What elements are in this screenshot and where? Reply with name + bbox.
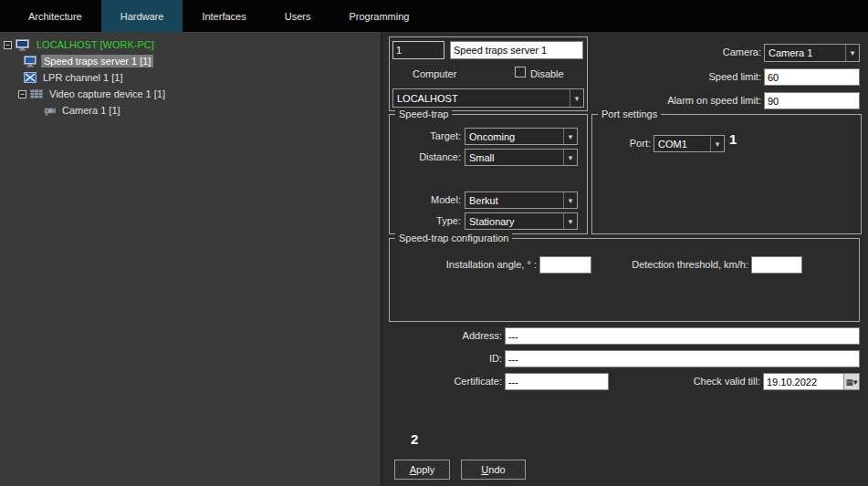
tree-label-localhost[interactable]: LOCALHOST [WORK-PC]: [34, 38, 157, 51]
tree-row-video-capture-device[interactable]: − Video capture device 1 [1]: [0, 86, 381, 102]
distance-label: Distance:: [390, 151, 461, 162]
certificate-field[interactable]: [505, 373, 609, 390]
port-select-value: COM1: [654, 139, 710, 150]
certificate-label: Certificate:: [409, 376, 502, 387]
id-field[interactable]: [505, 350, 860, 367]
alarm-speed-limit-field[interactable]: [764, 92, 860, 109]
tab-bar: Architecture Hardware Interfaces Users P…: [0, 0, 868, 32]
model-select[interactable]: Berkut ▾: [465, 191, 578, 209]
speed-trap-configuration-group: Speed-trap configuration Installation an…: [389, 238, 860, 322]
tree-label-lpr-channel[interactable]: LPR channel 1 [1]: [40, 71, 125, 84]
distance-select-value: Small: [465, 152, 563, 163]
device-tree: − LOCALHOST [WORK-PC] Speed traps server…: [0, 32, 381, 486]
port-settings-group: Port settings Port: COM1 ▾ 1: [591, 114, 862, 234]
installation-angle-label: Installation angle, ° :: [426, 259, 537, 270]
port-label: Port:: [592, 138, 651, 149]
computer-icon: [16, 39, 30, 51]
disable-label: Disable: [530, 68, 564, 79]
disable-checkbox[interactable]: [515, 67, 526, 78]
distance-select[interactable]: Small ▾: [465, 149, 578, 166]
check-valid-till-datepicker[interactable]: 19.10.2022 ▦▾: [763, 373, 860, 390]
tree-row-localhost[interactable]: − LOCALHOST [WORK-PC]: [0, 36, 381, 53]
video-capture-device-icon: [30, 88, 43, 99]
collapse-icon[interactable]: −: [18, 90, 26, 98]
id-label: ID:: [427, 353, 502, 364]
tab-interfaces[interactable]: Interfaces: [183, 0, 265, 32]
camera-icon: [42, 106, 56, 116]
chevron-down-icon: ▾: [563, 150, 577, 165]
apply-button[interactable]: Apply: [394, 460, 450, 480]
tree-label-camera[interactable]: Camera 1 [1]: [59, 104, 123, 117]
check-valid-till-label: Check valid till:: [655, 376, 760, 387]
object-id-field[interactable]: [392, 41, 444, 59]
chevron-down-icon: ▾: [563, 129, 577, 144]
lpr-channel-icon: [24, 72, 37, 83]
speed-trap-group: Speed-trap Target: Oncoming ▾ Distance: …: [389, 114, 588, 234]
annotation-2: 2: [411, 431, 418, 447]
speed-limit-field[interactable]: [764, 68, 860, 86]
target-label: Target:: [390, 130, 461, 141]
annotation-1: 1: [729, 131, 737, 147]
camera-label: Camera:: [655, 47, 761, 57]
alarm-speed-limit-label: Alarm on speed limit:: [610, 95, 761, 106]
port-select[interactable]: COM1 ▾: [654, 135, 725, 152]
type-label: Type:: [390, 215, 461, 226]
tree-label-speed-traps-server[interactable]: Speed traps server 1 [1]: [41, 55, 153, 67]
camera-select[interactable]: Camera 1 ▾: [764, 44, 860, 62]
tab-hardware[interactable]: Hardware: [101, 0, 183, 32]
tree-row-lpr-channel[interactable]: LPR channel 1 [1]: [0, 69, 381, 86]
calendar-dropdown-icon[interactable]: ▦▾: [843, 374, 859, 389]
tree-row-speed-traps-server[interactable]: Speed traps server 1 [1]: [0, 53, 381, 69]
tab-programming[interactable]: Programming: [329, 0, 428, 32]
speed-trap-group-title: Speed-trap: [395, 109, 452, 119]
detection-threshold-label: Detection threshold, km/h:: [609, 259, 748, 270]
computer-select-value: LOCALHOST: [393, 93, 570, 104]
target-select[interactable]: Oncoming ▾: [465, 128, 578, 145]
model-label: Model:: [390, 194, 461, 205]
tab-users[interactable]: Users: [266, 0, 330, 32]
model-select-value: Berkut: [465, 195, 563, 206]
object-name-field[interactable]: [450, 41, 583, 59]
check-valid-till-value: 19.10.2022: [764, 374, 843, 389]
type-select-value: Stationary: [465, 216, 563, 227]
target-select-value: Oncoming: [465, 131, 563, 142]
speed-limit-label: Speed limit:: [637, 71, 761, 82]
chevron-down-icon: ▾: [845, 45, 859, 61]
settings-panel: Computer Disable LOCALHOST ▾ Camera: Cam…: [381, 32, 868, 486]
undo-button[interactable]: Undo: [461, 460, 526, 480]
tab-architecture[interactable]: Architecture: [9, 0, 101, 32]
chevron-down-icon: ▾: [710, 136, 724, 151]
detection-threshold-field[interactable]: [751, 256, 802, 274]
identity-box: Computer Disable LOCALHOST ▾: [389, 36, 588, 111]
computer-label: Computer: [413, 68, 456, 79]
address-label: Address:: [427, 330, 502, 341]
tree-label-video-capture-device[interactable]: Video capture device 1 [1]: [47, 88, 168, 100]
chevron-down-icon: ▾: [563, 192, 577, 208]
address-field[interactable]: [505, 327, 860, 345]
port-settings-group-title: Port settings: [598, 109, 661, 119]
chevron-down-icon: ▾: [570, 89, 583, 107]
monitor-icon: [24, 56, 37, 67]
chevron-down-icon: ▾: [563, 213, 577, 229]
computer-select[interactable]: LOCALHOST ▾: [392, 88, 584, 108]
camera-select-value: Camera 1: [765, 47, 845, 58]
type-select[interactable]: Stationary ▾: [465, 212, 578, 230]
installation-angle-field[interactable]: [539, 256, 591, 274]
tree-row-camera[interactable]: Camera 1 [1]: [0, 102, 381, 119]
speed-trap-configuration-title: Speed-trap configuration: [395, 233, 512, 243]
collapse-icon[interactable]: −: [4, 41, 12, 49]
